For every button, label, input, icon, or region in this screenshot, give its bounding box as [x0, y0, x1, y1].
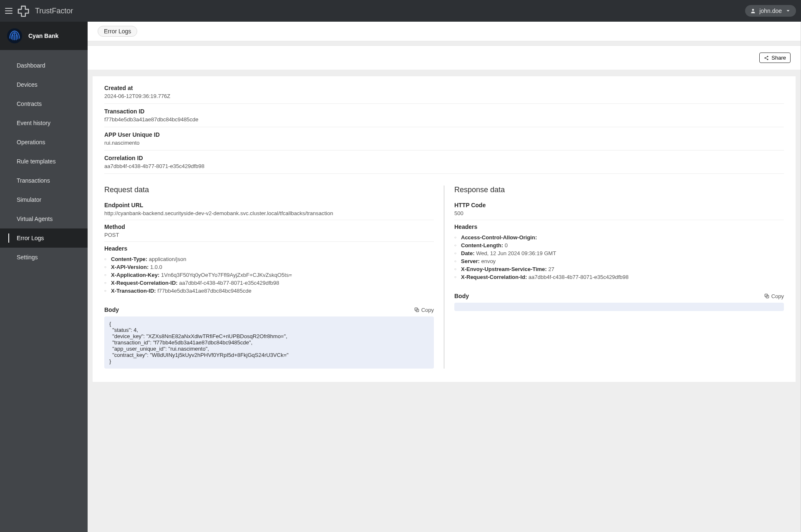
request-method: Method POST [104, 220, 434, 242]
sidebar-item-transactions[interactable]: Transactions [0, 171, 88, 190]
tab-error-logs[interactable]: Error Logs [98, 26, 137, 37]
body-title: Body [454, 293, 469, 299]
sidebar-item-simulator[interactable]: Simulator [0, 190, 88, 209]
field-label: Endpoint URL [104, 202, 434, 208]
hamburger-icon[interactable] [5, 8, 13, 14]
header-item: X-Envoy-Upstream-Service-Time: 27 [461, 265, 784, 273]
brand-name: TrustFactor [35, 7, 73, 15]
header-key: X-Application-Key: [111, 272, 159, 278]
header-item: Content-Type: application/json [111, 255, 434, 263]
header-item: X-Transaction-ID: f77bb4e5db3a41ae87dbc8… [111, 287, 434, 295]
field-label: Method [104, 223, 434, 230]
header-key: X-Transaction-ID: [111, 288, 156, 294]
header-value: envoy [480, 258, 496, 264]
sidebar-item-label: Simulator [17, 196, 41, 203]
meta-app-user-id: APP User Unique ID rui.nascimento [104, 127, 784, 151]
header-item: Access-Control-Allow-Origin: [461, 233, 784, 241]
meta-correlation-id: Correlation ID aa7dbb4f-c438-4b77-8071-e… [104, 151, 784, 174]
org-header[interactable]: Cyan Bank [0, 22, 88, 50]
user-menu[interactable]: john.doe [745, 5, 796, 17]
chevron-down-icon [785, 8, 791, 14]
sidebar-item-label: Contracts [17, 100, 42, 107]
sidebar-item-contracts[interactable]: Contracts [0, 94, 88, 113]
sidebar-item-label: Settings [17, 254, 38, 261]
content-card: Created at 2024-06-12T09:36:19.776Z Tran… [93, 76, 796, 382]
copy-request-body-button[interactable]: Copy [414, 307, 434, 313]
response-column: Response data HTTP Code 500 Headers Acce… [444, 186, 784, 369]
header-item: Content-Length: 0 [461, 241, 784, 249]
request-body: Body Copy { "status": 4, "device_key": "… [104, 306, 434, 369]
field-value: 500 [454, 210, 784, 216]
sidebar-item-settings[interactable]: Settings [0, 248, 88, 267]
org-name: Cyan Bank [28, 33, 58, 39]
sidebar-item-rule-templates[interactable]: Rule templates [0, 152, 88, 171]
header-item: X-Request-Correlation-ID: aa7dbb4f-c438-… [111, 279, 434, 287]
response-body: Body Copy [454, 293, 784, 311]
sidebar-item-label: Devices [17, 81, 38, 88]
main: Error Logs Share Created at 2024-06-12T0… [88, 22, 801, 532]
meta-value: 2024-06-12T09:36:19.776Z [104, 93, 784, 99]
request-headers: Headers Content-Type: application/jsonX-… [104, 242, 434, 298]
response-headers: Headers Access-Control-Allow-Origin: Con… [454, 220, 784, 284]
header-key: Access-Control-Allow-Origin: [461, 234, 537, 241]
share-button[interactable]: Share [759, 53, 791, 63]
meta-label: Correlation ID [104, 155, 784, 161]
share-label: Share [771, 55, 786, 61]
copy-response-body-button[interactable]: Copy [764, 293, 784, 299]
sidebar-item-devices[interactable]: Devices [0, 75, 88, 94]
brand-logo-icon [18, 5, 30, 17]
response-body-content [454, 303, 784, 311]
header-key: Date: [461, 250, 475, 256]
header-value: 27 [547, 266, 554, 272]
response-headers-list: Access-Control-Allow-Origin: Content-Len… [454, 232, 784, 281]
header-item: Server: envoy [461, 257, 784, 265]
request-body-content: { "status": 4, "device_key": "XZXs8NnE82… [104, 316, 434, 369]
header-key: Content-Type: [111, 256, 147, 262]
header-item: X-Request-Correlation-Id: aa7dbb4f-c438-… [461, 273, 784, 281]
field-value: http://cyanbank-backend.securityside-dev… [104, 210, 434, 216]
header-value: f77bb4e5db3a41ae87dbc84bc9485cde [156, 288, 252, 294]
request-title: Request data [104, 186, 434, 194]
sidebar-item-label: Dashboard [17, 62, 45, 69]
response-title: Response data [454, 186, 784, 194]
header-key: X-Request-Correlation-Id: [461, 274, 527, 280]
sidebar-nav: DashboardDevicesContractsEvent historyOp… [0, 50, 88, 267]
sidebar-item-virtual-agents[interactable]: Virtual Agents [0, 209, 88, 228]
field-label: Headers [104, 245, 434, 252]
field-label: HTTP Code [454, 202, 784, 208]
sidebar-item-event-history[interactable]: Event history [0, 113, 88, 133]
response-http-code: HTTP Code 500 [454, 198, 784, 220]
header-item: X-API-Version: 1.0.0 [111, 263, 434, 271]
header-key: X-Request-Correlation-ID: [111, 280, 178, 286]
user-name: john.doe [759, 8, 782, 14]
header-item: Date: Wed, 12 Jun 2024 09:36:19 GMT [461, 249, 784, 257]
meta-value: f77bb4e5db3a41ae87dbc84bc9485cde [104, 116, 784, 123]
meta-value: aa7dbb4f-c438-4b77-8071-e35c429dfb98 [104, 163, 784, 169]
meta-label: APP User Unique ID [104, 131, 784, 138]
sidebar-item-label: Event history [17, 120, 50, 126]
request-headers-list: Content-Type: application/jsonX-API-Vers… [104, 253, 434, 295]
svg-point-0 [752, 9, 754, 11]
sidebar-item-error-logs[interactable]: Error Logs [0, 228, 88, 248]
share-icon [764, 55, 769, 60]
svg-point-2 [767, 56, 768, 57]
tabs-bar: Error Logs [88, 22, 801, 41]
sidebar-item-label: Rule templates [17, 158, 55, 165]
header-value: application/json [147, 256, 186, 262]
meta-label: Transaction ID [104, 108, 784, 115]
header-value: 1Vn6q3F50Yq0yOeTYo7Ffl9AyjZxbF+CJKvZskqO… [159, 272, 292, 278]
header-item: X-Application-Key: 1Vn6q3F50Yq0yOeTYo7Ff… [111, 271, 434, 279]
sidebar-item-dashboard[interactable]: Dashboard [0, 56, 88, 75]
header-value: aa7dbb4f-c438-4b77-8071-e35c429dfb98 [178, 280, 280, 286]
copy-icon [764, 293, 770, 299]
sidebar-item-label: Virtual Agents [17, 216, 53, 222]
sidebar: Cyan Bank DashboardDevicesContractsEvent… [0, 22, 88, 532]
sidebar-item-operations[interactable]: Operations [0, 133, 88, 152]
meta-value: rui.nascimento [104, 140, 784, 146]
body-title: Body [104, 306, 119, 313]
meta-label: Created at [104, 85, 784, 91]
field-value: POST [104, 232, 434, 238]
copy-label: Copy [421, 307, 434, 313]
header-value: 1.0.0 [149, 264, 162, 270]
copy-label: Copy [771, 293, 784, 299]
